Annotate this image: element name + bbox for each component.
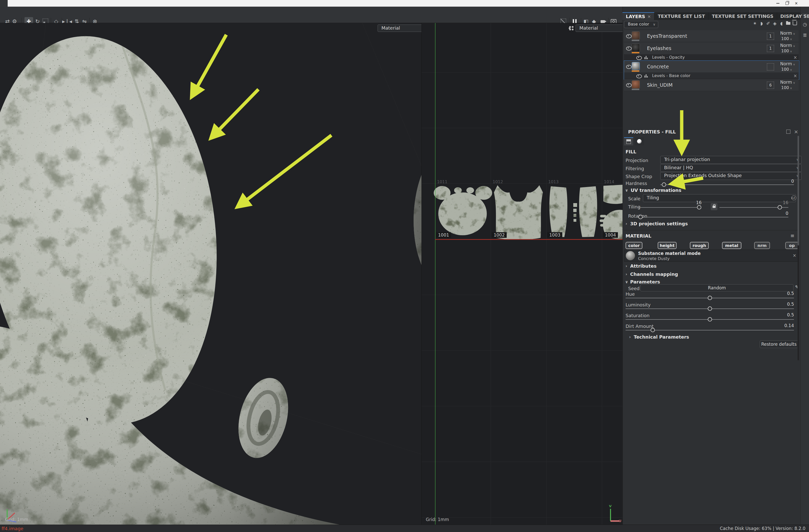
tab-layers[interactable]: LAYERS × [622,12,654,20]
history-icon[interactable]: ◷ [802,21,808,27]
layer-row-eyelashes[interactable]: Eyelashes 1 Norm 100 [624,42,798,54]
filtering-dropdown[interactable]: Bilinear | HQ [660,164,802,172]
add-fill-layer-icon[interactable]: ◗ [758,20,765,27]
add-smart-material-icon[interactable]: ✴ [752,20,758,27]
visibility-eye-icon[interactable] [636,56,642,60]
chevron-collapsed-icon[interactable]: › [625,264,627,269]
tiling-y-slider[interactable] [720,207,788,208]
tiling-x-slider[interactable] [638,207,701,208]
parameters-header[interactable]: Parameters [630,279,660,285]
attributes-header[interactable]: Attributes [630,263,656,269]
close-button[interactable]: × [792,1,800,6]
projection-dropdown[interactable]: Tri-planar projection [660,156,802,164]
layer-thumbnail[interactable] [632,44,640,52]
slider-knob[interactable] [662,183,666,187]
visibility-eye-icon[interactable] [626,65,632,69]
add-folder-icon[interactable] [785,20,791,27]
slider-knob[interactable] [708,296,712,300]
float-panel-icon[interactable] [786,130,790,134]
opacity-dropdown[interactable]: 100 [781,49,792,53]
visibility-eye-icon[interactable] [626,47,632,51]
opacity-dropdown[interactable]: 100 [781,36,792,41]
remove-material-icon[interactable]: × [793,253,796,258]
properties-tab-material[interactable] [635,137,644,145]
channel-filter-dropdown[interactable]: Base color [624,21,658,28]
layer-thumbnail[interactable] [632,62,640,70]
restore-defaults-button[interactable]: Restore defaults [760,340,798,348]
rotation-slider[interactable] [638,217,788,218]
layer-row-eyestransparent[interactable]: EyesTransparent 1 Norm 100 [624,30,798,42]
minimize-button[interactable] [774,1,782,6]
slider-knob[interactable] [708,317,712,322]
technical-parameters-header[interactable]: Technical Parameters [634,334,689,340]
layer-row-skin-udim[interactable]: Skin_UDIM 6 Norm 100 [624,79,798,91]
chevron-collapsed-icon[interactable]: › [629,335,631,339]
blend-value: Norm [780,31,792,36]
close-icon[interactable]: × [648,14,651,19]
projection-3d-settings-header[interactable]: 3D projection settings [630,221,688,226]
texture-info-grid-icon[interactable] [569,26,571,28]
opacity-dropdown[interactable]: 100 [781,67,792,72]
visibility-eye-icon[interactable] [626,83,632,87]
effect-row-levels-opacity[interactable]: Levels - Opacity × [624,55,798,61]
layer-thumbnail[interactable] [632,31,640,39]
remove-effect-icon[interactable]: × [793,73,797,78]
layer-thumbnail[interactable] [632,80,640,88]
slider-knob[interactable] [651,328,655,332]
tab-display-settings[interactable]: DISPLAY SETTINGS [777,12,809,20]
tab-texture-set-settings[interactable]: TEXTURE SET SETTINGS [708,12,777,20]
udim-tiles-badge [767,63,774,70]
layer-row-concrete[interactable]: Concrete Norm 100 [624,61,798,73]
hardness-slider[interactable] [660,185,794,185]
luminosity-slider[interactable] [625,308,794,309]
add-mask-icon[interactable]: ◖ [778,20,785,27]
chevron-collapsed-icon[interactable]: › [625,222,627,226]
viewport-3d[interactable]: Y X [0,23,421,525]
viewport-2d[interactable]: 1011 1012 1013 1014 1001 1002 1003 1004 … [421,23,622,525]
delete-layer-icon[interactable] [791,20,798,27]
material-menu-icon[interactable]: ≡ [790,233,794,238]
scrollbar-thumb[interactable] [797,136,799,245]
shading-mode-dropdown-2d[interactable]: Material [575,24,629,32]
add-paint-layer-icon[interactable]: ✐ [765,20,772,27]
channel-chip-rough[interactable]: rough [690,242,709,249]
restore-button[interactable] [783,1,791,6]
add-effect-icon[interactable]: ◈ [772,20,778,27]
properties-tab-fill[interactable] [624,137,633,145]
chevron-expanded-icon[interactable]: ∨ [625,188,628,193]
material-mode-box[interactable]: Substance material mode Concrete Dusty × [624,250,798,262]
channel-chip-height[interactable]: height [658,242,676,249]
slider-knob[interactable] [697,205,701,209]
effect-row-levels-base-color[interactable]: Levels - Base color × [624,73,798,79]
hue-slider[interactable] [625,298,794,298]
visibility-eye-icon[interactable] [636,74,642,78]
channel-chip-metal[interactable]: metal [722,242,741,249]
seed-random-button[interactable]: Random [640,284,793,291]
slider-knob[interactable] [708,306,712,311]
blend-mode-dropdown[interactable]: Norm [780,80,795,85]
properties-scrollbar[interactable] [797,136,799,360]
tiling-lock-button[interactable] [711,203,718,210]
remove-effect-icon[interactable]: × [793,55,797,60]
slider-knob[interactable] [778,205,782,209]
uv-transformations-header[interactable]: UV transformations [631,188,682,193]
saturation-slider[interactable] [625,319,794,320]
chevron-expanded-icon[interactable]: ∨ [625,280,628,284]
tab-texture-set-list[interactable]: TEXTURE SET LIST [654,12,708,20]
opacity-dropdown[interactable]: 100 [781,85,792,90]
chevron-collapsed-icon[interactable]: › [625,272,627,277]
close-panel-icon[interactable]: × [794,128,798,135]
shading-mode-dropdown-3d[interactable]: Material [378,24,427,32]
scale-dropdown[interactable]: Tiling [643,194,796,202]
blend-mode-dropdown[interactable]: Norm [780,31,795,36]
channel-chip-color[interactable]: color [625,242,642,249]
visibility-eye-icon[interactable] [626,34,632,38]
channel-chip-op[interactable]: op [785,242,798,249]
blend-mode-dropdown[interactable]: Norm [780,43,795,48]
channel-chip-nrm[interactable]: nrm [754,242,770,249]
slider-knob[interactable] [638,215,643,219]
blend-mode-dropdown[interactable]: Norm [780,61,795,66]
channels-mapping-header[interactable]: Channels mapping [630,272,678,277]
dirt-amount-slider[interactable] [625,330,794,330]
log-icon[interactable]: ≣ [802,32,808,38]
